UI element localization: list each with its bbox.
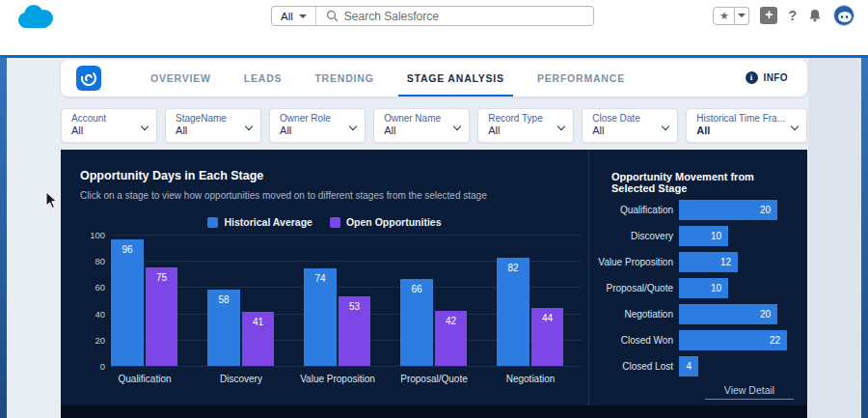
favorites-dropdown[interactable] (735, 7, 749, 25)
row-label-closed-lost: Closed Lost (589, 361, 673, 372)
tab-performance[interactable]: PERFORMANCE (521, 60, 641, 97)
bar-open-opportunities-discovery[interactable]: 41 (242, 312, 274, 366)
filter-value: All (488, 125, 552, 136)
bar-value-label: 82 (497, 263, 529, 273)
filter-value: All (280, 125, 343, 136)
hbar-value-label: 10 (711, 278, 721, 298)
analytics-panel: Opportunity Days in Each Stage Click on … (61, 150, 807, 405)
row-label-negotiation: Negotiation (589, 309, 673, 320)
row-label-closed-won: Closed Won (589, 335, 673, 346)
bar-value-label: 58 (207, 294, 240, 305)
bar-historical-average-discovery[interactable]: 58 (207, 290, 240, 366)
header-actions: ★ + ? (713, 5, 854, 26)
filter-label: Account (71, 113, 135, 124)
legend-label: Historical Average (224, 216, 312, 228)
filter-label: Record Type (488, 113, 552, 124)
bar-value-label: 42 (435, 316, 467, 326)
y-axis-tick-label: 60 (67, 282, 105, 293)
user-avatar[interactable] (833, 5, 854, 26)
y-axis-tick-label: 0 (67, 361, 105, 372)
bar-value-label: 96 (111, 244, 144, 255)
bar-historical-average-qualification[interactable]: 96 (111, 239, 144, 366)
stage-movement-chart: Opportunity Movement from Selected Stage… (589, 150, 807, 405)
info-label: INFO (764, 72, 789, 83)
app-nav-bar (0, 32, 868, 55)
filter-account[interactable]: AccountAll (61, 108, 157, 143)
y-axis-tick-label: 20 (67, 335, 105, 346)
help-icon[interactable]: ? (788, 8, 797, 23)
view-detail-link[interactable]: View Detail (705, 384, 794, 400)
bar-open-opportunities-proposal-quote[interactable]: 42 (435, 311, 467, 366)
hbar-value-proposition[interactable]: 12 (679, 252, 738, 272)
filter-row: AccountAllStageNameAllOwner RoleAllOwner… (61, 108, 807, 143)
search-scope-label: All (281, 11, 293, 22)
hbar-closed-lost[interactable]: 4 (679, 356, 698, 376)
bar-value-label: 53 (339, 301, 370, 312)
chevron-down-icon (453, 123, 461, 130)
chevron-down-icon (662, 123, 669, 130)
filter-stagename[interactable]: StageNameAll (165, 108, 261, 143)
analytics-swirl-icon (78, 68, 99, 89)
gridline (111, 366, 582, 367)
avatar-eye (846, 15, 848, 18)
filter-value: All (176, 125, 239, 136)
filter-owner-name[interactable]: Owner NameAll (373, 108, 470, 143)
salesforce-window: All ★ + ? (0, 0, 868, 418)
tab-leads[interactable]: LEADS (228, 60, 299, 97)
search-icon (326, 10, 338, 22)
search-input-wrap (316, 10, 593, 23)
chevron-down-icon (299, 14, 307, 18)
bar-historical-average-value-proposition[interactable]: 74 (304, 268, 337, 366)
hbar-value-label: 10 (711, 226, 721, 246)
y-axis-tick-label: 40 (67, 309, 105, 320)
bar-historical-average-proposal-quote[interactable]: 66 (400, 279, 433, 366)
notifications-bell-icon[interactable] (807, 8, 823, 23)
salesforce-cloud-logo[interactable] (14, 3, 56, 34)
chevron-down-icon (738, 14, 746, 17)
filter-historical-time-fra[interactable]: Historical Time Fra...All (686, 108, 807, 143)
hbar-negotiation[interactable]: 20 (679, 304, 777, 324)
y-axis-tick-label: 80 (67, 256, 105, 266)
info-button[interactable]: i INFO (746, 71, 789, 84)
hbar-discovery[interactable]: 10 (679, 226, 728, 246)
hbar-value-label: 4 (679, 356, 698, 376)
bar-open-opportunities-value-proposition[interactable]: 53 (339, 296, 370, 366)
bar-historical-average-negotiation[interactable]: 82 (497, 258, 529, 366)
favorites-control: ★ (713, 7, 749, 25)
legend-item-historical-average: Historical Average (207, 216, 312, 228)
filter-label: Owner Name (384, 113, 448, 124)
favorites-star-icon[interactable]: ★ (713, 7, 735, 25)
chevron-down-icon (141, 123, 149, 130)
mouse-cursor (45, 191, 58, 209)
search-input[interactable] (344, 10, 583, 23)
hbar-qualification[interactable]: 20 (679, 200, 777, 220)
hbar-value-label: 22 (770, 330, 780, 350)
y-axis-tick-label: 100 (67, 230, 105, 240)
hbar-proposal-quote[interactable]: 10 (679, 278, 728, 298)
avatar-eye (841, 15, 843, 18)
row-label-qualification: Qualification (589, 205, 673, 215)
filter-owner-role[interactable]: Owner RoleAll (269, 108, 366, 143)
analytics-app-icon[interactable] (76, 66, 101, 91)
hbar-value-label: 12 (720, 252, 731, 272)
filter-record-type[interactable]: Record TypeAll (477, 108, 574, 143)
bar-open-opportunities-negotiation[interactable]: 44 (531, 308, 563, 366)
global-actions-button[interactable]: + (760, 7, 777, 24)
hbar-value-label: 20 (760, 304, 771, 324)
filter-close-date[interactable]: Close DateAll (582, 108, 678, 143)
global-search: All (271, 6, 594, 26)
bar-value-label: 66 (400, 284, 433, 294)
info-icon: i (746, 71, 758, 84)
bar-value-label: 41 (242, 317, 274, 327)
nav-divider (0, 55, 868, 58)
chart-legend: Historical AverageOpen Opportunities (61, 216, 588, 228)
bar-open-opportunities-qualification[interactable]: 75 (146, 267, 177, 366)
tab-trending[interactable]: TRENDING (298, 60, 390, 97)
filter-value: All (592, 125, 656, 136)
search-scope-dropdown[interactable]: All (272, 7, 316, 25)
chart-title: Opportunity Movement from Selected Stage (611, 171, 800, 194)
tab-stage-analysis[interactable]: STAGE ANALYSIS (391, 60, 521, 97)
hbar-closed-won[interactable]: 22 (679, 330, 787, 350)
filter-label: Historical Time Fra... (696, 113, 785, 124)
tab-overview[interactable]: OVERVIEW (134, 60, 228, 97)
